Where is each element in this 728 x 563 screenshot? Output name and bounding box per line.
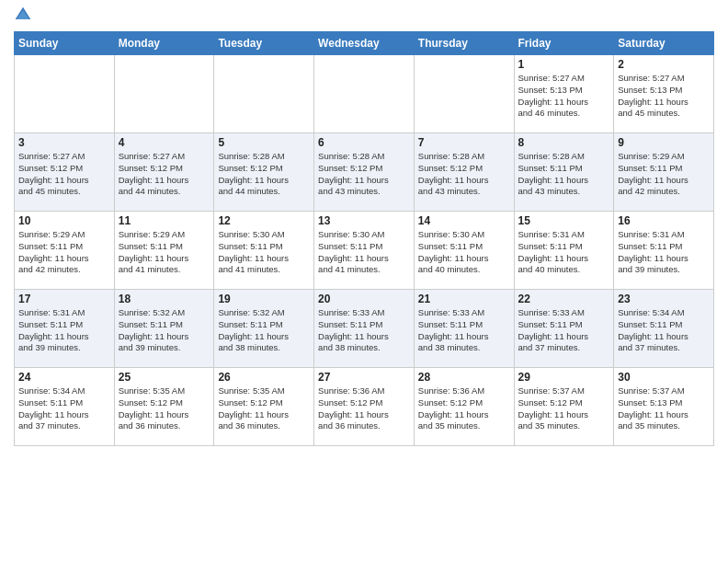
weekday-header-sunday: Sunday — [15, 32, 115, 55]
day-number: 8 — [518, 136, 610, 149]
calendar-cell: 21Sunrise: 5:33 AMSunset: 5:11 PMDayligh… — [414, 290, 514, 368]
day-info: Sunrise: 5:33 AMSunset: 5:11 PMDaylight:… — [418, 307, 510, 354]
calendar-cell: 23Sunrise: 5:34 AMSunset: 5:11 PMDayligh… — [614, 290, 714, 368]
calendar-cell: 6Sunrise: 5:28 AMSunset: 5:12 PMDaylight… — [314, 133, 415, 212]
calendar-week-row: 1Sunrise: 5:27 AMSunset: 5:13 PMDaylight… — [15, 55, 714, 133]
calendar-cell: 4Sunrise: 5:27 AMSunset: 5:12 PMDaylight… — [114, 133, 214, 212]
day-number: 14 — [418, 214, 510, 227]
calendar-week-row: 17Sunrise: 5:31 AMSunset: 5:11 PMDayligh… — [15, 290, 714, 368]
day-number: 22 — [518, 293, 610, 305]
day-info: Sunrise: 5:35 AMSunset: 5:12 PMDaylight:… — [119, 385, 210, 432]
calendar-cell — [414, 55, 514, 133]
calendar-cell: 25Sunrise: 5:35 AMSunset: 5:12 PMDayligh… — [114, 368, 214, 446]
day-info: Sunrise: 5:32 AMSunset: 5:11 PMDaylight:… — [119, 307, 210, 354]
day-number: 16 — [618, 214, 710, 227]
day-info: Sunrise: 5:28 AMSunset: 5:12 PMDaylight:… — [418, 151, 510, 198]
calendar-cell: 8Sunrise: 5:28 AMSunset: 5:11 PMDaylight… — [514, 133, 614, 212]
day-info: Sunrise: 5:31 AMSunset: 5:11 PMDaylight:… — [618, 229, 710, 276]
calendar-cell: 18Sunrise: 5:32 AMSunset: 5:11 PMDayligh… — [114, 290, 214, 368]
day-number: 5 — [218, 136, 310, 149]
weekday-header-monday: Monday — [114, 32, 214, 55]
day-info: Sunrise: 5:29 AMSunset: 5:11 PMDaylight:… — [18, 229, 110, 276]
calendar-cell: 15Sunrise: 5:31 AMSunset: 5:11 PMDayligh… — [514, 212, 614, 290]
day-number: 13 — [318, 214, 410, 227]
calendar-cell: 11Sunrise: 5:29 AMSunset: 5:11 PMDayligh… — [114, 212, 214, 290]
day-info: Sunrise: 5:28 AMSunset: 5:11 PMDaylight:… — [518, 151, 610, 198]
day-number: 23 — [618, 293, 710, 305]
day-info: Sunrise: 5:29 AMSunset: 5:11 PMDaylight:… — [618, 151, 710, 198]
day-number: 6 — [318, 136, 410, 149]
calendar-cell: 29Sunrise: 5:37 AMSunset: 5:12 PMDayligh… — [514, 368, 614, 446]
logo — [14, 17, 34, 24]
day-number: 21 — [418, 293, 510, 305]
day-info: Sunrise: 5:34 AMSunset: 5:11 PMDaylight:… — [18, 385, 110, 432]
calendar-cell: 17Sunrise: 5:31 AMSunset: 5:11 PMDayligh… — [15, 290, 115, 368]
day-info: Sunrise: 5:30 AMSunset: 5:11 PMDaylight:… — [218, 229, 310, 276]
calendar-cell — [314, 55, 415, 133]
weekday-header-saturday: Saturday — [614, 32, 714, 55]
day-info: Sunrise: 5:29 AMSunset: 5:11 PMDaylight:… — [119, 229, 210, 276]
calendar-cell: 12Sunrise: 5:30 AMSunset: 5:11 PMDayligh… — [214, 212, 314, 290]
day-info: Sunrise: 5:31 AMSunset: 5:11 PMDaylight:… — [518, 229, 610, 276]
calendar-cell: 26Sunrise: 5:35 AMSunset: 5:12 PMDayligh… — [214, 368, 314, 446]
weekday-header-friday: Friday — [514, 32, 614, 55]
calendar-week-row: 3Sunrise: 5:27 AMSunset: 5:12 PMDaylight… — [15, 133, 714, 212]
calendar-cell: 9Sunrise: 5:29 AMSunset: 5:11 PMDaylight… — [614, 133, 714, 212]
day-number: 4 — [119, 136, 210, 149]
day-number: 7 — [418, 136, 510, 149]
day-number: 29 — [518, 371, 610, 384]
day-number: 27 — [318, 371, 410, 384]
calendar-week-row: 24Sunrise: 5:34 AMSunset: 5:11 PMDayligh… — [15, 368, 714, 446]
day-number: 10 — [18, 214, 110, 227]
day-info: Sunrise: 5:37 AMSunset: 5:12 PMDaylight:… — [518, 385, 610, 432]
calendar-cell: 24Sunrise: 5:34 AMSunset: 5:11 PMDayligh… — [15, 368, 115, 446]
calendar: SundayMondayTuesdayWednesdayThursdayFrid… — [14, 31, 714, 446]
calendar-header: SundayMondayTuesdayWednesdayThursdayFrid… — [15, 32, 714, 55]
day-info: Sunrise: 5:31 AMSunset: 5:11 PMDaylight:… — [18, 307, 110, 354]
day-info: Sunrise: 5:27 AMSunset: 5:13 PMDaylight:… — [618, 73, 710, 120]
day-number: 30 — [618, 371, 710, 384]
calendar-cell — [114, 55, 214, 133]
weekday-header-row: SundayMondayTuesdayWednesdayThursdayFrid… — [15, 32, 714, 55]
calendar-cell — [15, 55, 115, 133]
calendar-cell: 10Sunrise: 5:29 AMSunset: 5:11 PMDayligh… — [15, 212, 115, 290]
day-info: Sunrise: 5:33 AMSunset: 5:11 PMDaylight:… — [318, 307, 410, 354]
calendar-cell: 2Sunrise: 5:27 AMSunset: 5:13 PMDaylight… — [614, 55, 714, 133]
day-info: Sunrise: 5:27 AMSunset: 5:12 PMDaylight:… — [119, 151, 210, 198]
calendar-cell: 1Sunrise: 5:27 AMSunset: 5:13 PMDaylight… — [514, 55, 614, 133]
header — [14, 9, 714, 24]
day-number: 24 — [18, 371, 110, 384]
logo-icon — [14, 6, 32, 24]
calendar-cell — [214, 55, 314, 133]
day-info: Sunrise: 5:34 AMSunset: 5:11 PMDaylight:… — [618, 307, 710, 354]
day-number: 15 — [518, 214, 610, 227]
calendar-cell: 5Sunrise: 5:28 AMSunset: 5:12 PMDaylight… — [214, 133, 314, 212]
day-info: Sunrise: 5:37 AMSunset: 5:13 PMDaylight:… — [618, 385, 710, 432]
day-info: Sunrise: 5:30 AMSunset: 5:11 PMDaylight:… — [318, 229, 410, 276]
day-info: Sunrise: 5:28 AMSunset: 5:12 PMDaylight:… — [318, 151, 410, 198]
day-number: 3 — [18, 136, 110, 149]
calendar-cell: 3Sunrise: 5:27 AMSunset: 5:12 PMDaylight… — [15, 133, 115, 212]
day-info: Sunrise: 5:36 AMSunset: 5:12 PMDaylight:… — [318, 385, 410, 432]
calendar-cell: 30Sunrise: 5:37 AMSunset: 5:13 PMDayligh… — [614, 368, 714, 446]
day-info: Sunrise: 5:27 AMSunset: 5:12 PMDaylight:… — [18, 151, 110, 198]
day-info: Sunrise: 5:32 AMSunset: 5:11 PMDaylight:… — [218, 307, 310, 354]
calendar-cell: 28Sunrise: 5:36 AMSunset: 5:12 PMDayligh… — [414, 368, 514, 446]
calendar-cell: 13Sunrise: 5:30 AMSunset: 5:11 PMDayligh… — [314, 212, 415, 290]
calendar-cell: 20Sunrise: 5:33 AMSunset: 5:11 PMDayligh… — [314, 290, 415, 368]
calendar-cell: 7Sunrise: 5:28 AMSunset: 5:12 PMDaylight… — [414, 133, 514, 212]
page: SundayMondayTuesdayWednesdayThursdayFrid… — [0, 0, 728, 460]
weekday-header-thursday: Thursday — [414, 32, 514, 55]
day-info: Sunrise: 5:36 AMSunset: 5:12 PMDaylight:… — [418, 385, 510, 432]
day-number: 20 — [318, 293, 410, 305]
calendar-cell: 19Sunrise: 5:32 AMSunset: 5:11 PMDayligh… — [214, 290, 314, 368]
day-number: 19 — [218, 293, 310, 305]
day-number: 1 — [518, 58, 610, 71]
calendar-cell: 27Sunrise: 5:36 AMSunset: 5:12 PMDayligh… — [314, 368, 415, 446]
calendar-cell: 22Sunrise: 5:33 AMSunset: 5:11 PMDayligh… — [514, 290, 614, 368]
day-number: 25 — [119, 371, 210, 384]
calendar-cell: 16Sunrise: 5:31 AMSunset: 5:11 PMDayligh… — [614, 212, 714, 290]
calendar-cell: 14Sunrise: 5:30 AMSunset: 5:11 PMDayligh… — [414, 212, 514, 290]
day-number: 18 — [119, 293, 210, 305]
day-info: Sunrise: 5:30 AMSunset: 5:11 PMDaylight:… — [418, 229, 510, 276]
